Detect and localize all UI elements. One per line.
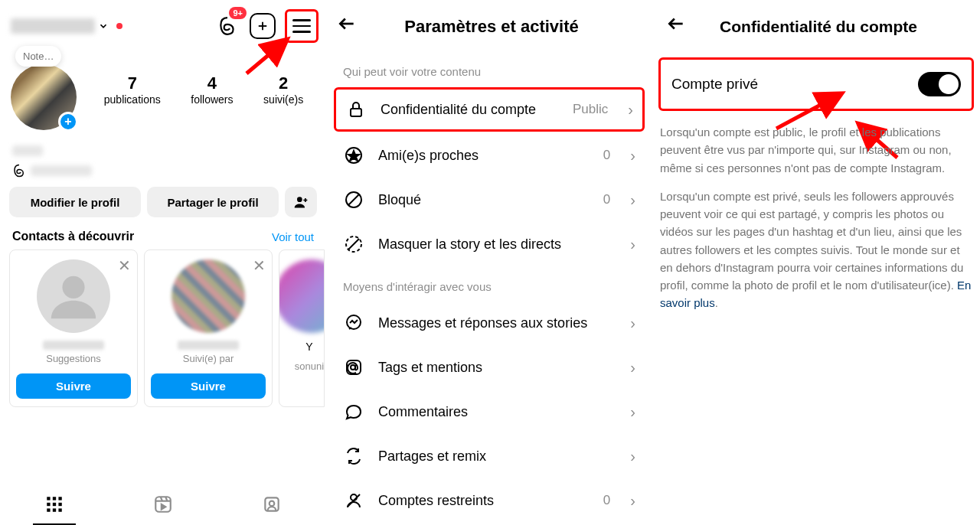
- follow-button[interactable]: Suivre: [151, 373, 266, 399]
- svg-line-31: [348, 239, 359, 249]
- arrow-left-icon: [337, 14, 357, 34]
- setting-messages[interactable]: Messages et réponses aux stories ›: [326, 301, 652, 345]
- reels-icon: [153, 494, 173, 514]
- section-label: Moyens d'intéragir avec vous: [326, 266, 652, 301]
- setting-account-privacy[interactable]: Confidentialité du compte Public ›: [334, 87, 645, 132]
- svg-rect-7: [53, 497, 56, 500]
- bio-section: [0, 138, 326, 184]
- grid-icon: [44, 494, 64, 514]
- avatar-placeholder: [37, 259, 110, 333]
- chevron-right-icon: ›: [630, 315, 635, 332]
- chevron-right-icon: ›: [630, 403, 635, 421]
- profile-panel: 9+ Note… + 7 publications 4 followers: [0, 0, 326, 525]
- privacy-panel: Confidentialité du compte Compte privé L…: [652, 0, 980, 525]
- svg-marker-19: [162, 504, 165, 510]
- svg-rect-10: [53, 502, 56, 505]
- stat-following[interactable]: 2 suivi(e)s: [263, 73, 303, 106]
- avatar: [172, 259, 245, 333]
- create-post-button[interactable]: [250, 13, 276, 39]
- star-icon: [343, 145, 364, 166]
- close-icon[interactable]: ✕: [118, 256, 131, 275]
- comment-icon: [343, 401, 364, 422]
- svg-rect-20: [265, 497, 278, 510]
- svg-rect-12: [47, 508, 50, 511]
- chevron-right-icon: ›: [630, 492, 635, 510]
- block-icon: [343, 189, 364, 210]
- back-button[interactable]: [666, 14, 686, 39]
- lock-icon: [345, 99, 367, 120]
- card-subtitle: Suggestions: [46, 353, 101, 364]
- follow-button[interactable]: Suivre: [16, 373, 131, 399]
- svg-line-29: [348, 194, 359, 205]
- close-icon[interactable]: ✕: [253, 256, 266, 275]
- notification-badge: 9+: [229, 7, 247, 19]
- profile-avatar[interactable]: +: [11, 64, 77, 130]
- svg-point-2: [297, 197, 302, 202]
- at-icon: [343, 357, 364, 378]
- private-account-toggle-row: Compte privé: [658, 57, 974, 111]
- tab-grid[interactable]: [0, 483, 109, 525]
- private-account-switch[interactable]: [918, 72, 961, 96]
- setting-tags[interactable]: Tags et mentions ›: [326, 345, 652, 390]
- privacy-description-1: Lorsqu'un compte est public, le profil e…: [658, 123, 974, 188]
- threads-icon: [12, 164, 26, 178]
- see-all-link[interactable]: Voir tout: [272, 230, 314, 243]
- profile-stats-row: Note… + 7 publications 4 followers 2 sui…: [0, 49, 326, 138]
- settings-panel: Paramètres et activité Qui peut voir vot…: [326, 0, 652, 525]
- chevron-right-icon: ›: [630, 147, 635, 165]
- tab-reels[interactable]: [109, 483, 217, 525]
- setting-comments[interactable]: Commentaires ›: [326, 390, 652, 434]
- svg-rect-8: [58, 497, 61, 500]
- tab-tagged[interactable]: [217, 483, 326, 525]
- plus-icon: [256, 19, 270, 33]
- svg-line-36: [348, 494, 360, 507]
- setting-restricted[interactable]: Comptes restreints 0 ›: [326, 478, 652, 523]
- discover-card[interactable]: Y sonuni: [279, 249, 325, 407]
- svg-rect-11: [58, 502, 61, 505]
- hide-icon: [343, 233, 364, 255]
- stat-posts[interactable]: 7 publications: [104, 73, 161, 106]
- settings-title: Paramètres et activité: [371, 17, 612, 37]
- messenger-icon: [343, 312, 364, 334]
- back-button[interactable]: [337, 14, 357, 39]
- setting-blocked[interactable]: Bloqué 0 ›: [326, 178, 652, 222]
- profile-tabs: [0, 482, 326, 525]
- settings-header: Paramètres et activité: [326, 0, 652, 51]
- card-subtitle: Suivi(e) par: [183, 353, 234, 364]
- svg-rect-25: [351, 109, 361, 116]
- toggle-label: Compte privé: [671, 76, 758, 93]
- add-story-button[interactable]: +: [58, 112, 78, 132]
- restricted-icon: [343, 490, 364, 511]
- arrow-left-icon: [666, 14, 686, 34]
- stat-followers[interactable]: 4 followers: [191, 73, 233, 106]
- discover-header: Contacts à découvrir Voir tout: [0, 227, 326, 249]
- username-dropdown[interactable]: [11, 18, 122, 34]
- remix-icon: [343, 445, 364, 467]
- threads-button[interactable]: 9+: [214, 13, 240, 39]
- chevron-right-icon: ›: [628, 101, 633, 119]
- add-person-icon: [293, 194, 309, 210]
- discover-title: Contacts à découvrir: [12, 230, 134, 243]
- setting-sharing[interactable]: Partages et remix ›: [326, 434, 652, 478]
- svg-rect-14: [58, 508, 61, 511]
- discover-card[interactable]: ✕ Suivi(e) par Suivre: [144, 249, 273, 407]
- note-bubble[interactable]: Note…: [15, 46, 61, 67]
- discover-people-button[interactable]: [285, 187, 317, 217]
- notification-dot-icon: [116, 23, 122, 29]
- discover-card[interactable]: ✕ Suggestions Suivre: [9, 249, 138, 407]
- share-profile-button[interactable]: Partager le profil: [147, 187, 279, 217]
- menu-button[interactable]: [285, 9, 318, 43]
- privacy-header: Confidentialité du compte: [658, 0, 974, 51]
- setting-hide-story[interactable]: Masquer la story et les directs ›: [326, 222, 652, 266]
- username-text: [11, 18, 95, 34]
- chevron-right-icon: ›: [630, 359, 635, 377]
- section-label: Qui peut voir votre contenu: [326, 51, 652, 86]
- setting-close-friends[interactable]: Ami(e)s proches 0 ›: [326, 133, 652, 178]
- bio-name-blur: [12, 145, 43, 156]
- privacy-title: Confidentialité du compte: [700, 18, 937, 36]
- svg-rect-9: [47, 502, 50, 505]
- threads-handle[interactable]: [12, 164, 314, 178]
- edit-profile-button[interactable]: Modifier le profil: [9, 187, 141, 217]
- svg-point-5: [62, 276, 84, 298]
- svg-rect-6: [47, 497, 50, 500]
